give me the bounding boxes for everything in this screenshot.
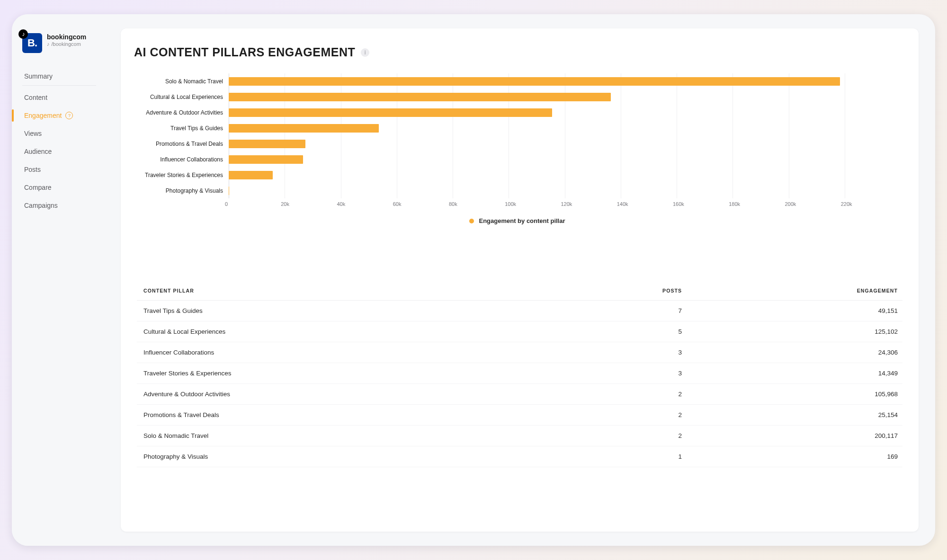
page-title: AI CONTENT PILLARS ENGAGEMENT i bbox=[134, 45, 905, 59]
sidebar: ♪ B. bookingcom ♪ /bookingcom SummaryCon… bbox=[12, 14, 107, 546]
chart-row: Traveler Stories & Experiences bbox=[134, 167, 901, 183]
table-header[interactable]: POSTS bbox=[563, 281, 687, 301]
chart-bar bbox=[229, 171, 273, 179]
chart-bar bbox=[229, 155, 303, 164]
chart-row: Adventure & Outdoor Activities bbox=[134, 105, 901, 120]
sidebar-item-label: Views bbox=[24, 130, 42, 137]
chart-category-label: Photography & Visuals bbox=[134, 187, 229, 194]
table-cell: 3 bbox=[563, 363, 687, 384]
info-icon[interactable]: i bbox=[361, 48, 369, 57]
table-header[interactable]: ENGAGEMENT bbox=[687, 281, 902, 301]
table-cell: Solo & Nomadic Travel bbox=[137, 426, 563, 446]
table-cell: Cultural & Local Experiences bbox=[137, 321, 563, 342]
table-cell: Photography & Visuals bbox=[137, 446, 563, 467]
chart-legend: Engagement by content pillar bbox=[134, 217, 901, 224]
sidebar-item-posts[interactable]: Posts bbox=[12, 160, 107, 178]
chart-category-label: Influencer Collaborations bbox=[134, 156, 229, 163]
table-cell: 2 bbox=[563, 384, 687, 405]
table-cell: 125,102 bbox=[687, 321, 902, 342]
table-cell: 169 bbox=[687, 446, 902, 467]
chart-bar-area bbox=[229, 183, 901, 198]
chart-bar bbox=[229, 187, 229, 195]
sidebar-item-campaigns[interactable]: Campaigns bbox=[12, 196, 107, 214]
chart-category-label: Traveler Stories & Experiences bbox=[134, 172, 229, 178]
table-cell: 49,151 bbox=[687, 301, 902, 321]
sidebar-item-content[interactable]: Content bbox=[12, 89, 107, 107]
chart-bar bbox=[229, 108, 552, 117]
content-pillar-table: CONTENT PILLARPOSTSENGAGEMENT Travel Tip… bbox=[134, 281, 905, 467]
chart-x-tick: 220k bbox=[841, 201, 897, 207]
brand-block: ♪ B. bookingcom ♪ /bookingcom bbox=[12, 23, 107, 62]
chart-bar-area bbox=[229, 151, 901, 167]
brand-logo: ♪ B. bbox=[22, 33, 42, 53]
table-row: Photography & Visuals1169 bbox=[137, 446, 902, 467]
brand-name: bookingcom bbox=[47, 33, 86, 41]
table-cell: Travel Tips & Guides bbox=[137, 301, 563, 321]
table-cell: 7 bbox=[563, 301, 687, 321]
chart-x-tick: 160k bbox=[673, 201, 729, 207]
chart-row: Travel Tips & Guides bbox=[134, 120, 901, 136]
table-cell: Traveler Stories & Experiences bbox=[137, 363, 563, 384]
table-cell: 1 bbox=[563, 446, 687, 467]
chart-x-tick: 60k bbox=[393, 201, 449, 207]
chart-x-tick: 120k bbox=[561, 201, 617, 207]
chart-bar-area bbox=[229, 105, 901, 120]
chart-bar bbox=[229, 93, 611, 101]
chart-x-tick: 100k bbox=[505, 201, 561, 207]
table-cell: 105,968 bbox=[687, 384, 902, 405]
table-row: Promotions & Travel Deals225,154 bbox=[137, 405, 902, 426]
chart-row: Solo & Nomadic Travel bbox=[134, 73, 901, 89]
table-cell: 2 bbox=[563, 405, 687, 426]
sidebar-nav: SummaryContentEngagement?ViewsAudiencePo… bbox=[12, 67, 107, 214]
chart-row: Cultural & Local Experiences bbox=[134, 89, 901, 105]
legend-dot-icon bbox=[469, 219, 474, 223]
table-row: Cultural & Local Experiences5125,102 bbox=[137, 321, 902, 342]
table-cell: 200,117 bbox=[687, 426, 902, 446]
sidebar-item-label: Campaigns bbox=[24, 202, 58, 209]
table-row: Traveler Stories & Experiences314,349 bbox=[137, 363, 902, 384]
table-cell: 14,349 bbox=[687, 363, 902, 384]
table-row: Travel Tips & Guides749,151 bbox=[137, 301, 902, 321]
sidebar-item-label: Content bbox=[24, 94, 47, 101]
chart-category-label: Adventure & Outdoor Activities bbox=[134, 109, 229, 116]
page-title-text: AI CONTENT PILLARS ENGAGEMENT bbox=[134, 45, 355, 59]
chart-x-tick: 20k bbox=[281, 201, 337, 207]
sidebar-item-label: Audience bbox=[24, 148, 52, 155]
chart-bar bbox=[229, 140, 305, 148]
sidebar-item-engagement[interactable]: Engagement? bbox=[12, 107, 107, 124]
chart-row: Photography & Visuals bbox=[134, 183, 901, 198]
chart-x-tick: 180k bbox=[729, 201, 785, 207]
chart-x-axis: 020k40k60k80k100k120k140k160k180k200k220… bbox=[229, 201, 901, 207]
tiktok-glyph-icon: ♪ bbox=[47, 41, 50, 47]
table-cell: Adventure & Outdoor Activities bbox=[137, 384, 563, 405]
chart-bar-area bbox=[229, 120, 901, 136]
chart-row: Promotions & Travel Deals bbox=[134, 136, 901, 151]
chart-bar bbox=[229, 124, 379, 133]
table-cell: 25,154 bbox=[687, 405, 902, 426]
chart-bar-area bbox=[229, 89, 901, 105]
content-card: AI CONTENT PILLARS ENGAGEMENT i Solo & N… bbox=[121, 28, 919, 532]
sidebar-item-label: Summary bbox=[24, 72, 53, 80]
table-row: Adventure & Outdoor Activities2105,968 bbox=[137, 384, 902, 405]
tiktok-badge-icon: ♪ bbox=[18, 29, 28, 39]
sidebar-item-compare[interactable]: Compare bbox=[12, 178, 107, 196]
chart-row: Influencer Collaborations bbox=[134, 151, 901, 167]
table-cell: Promotions & Travel Deals bbox=[137, 405, 563, 426]
table-row: Solo & Nomadic Travel2200,117 bbox=[137, 426, 902, 446]
table-header[interactable]: CONTENT PILLAR bbox=[137, 281, 563, 301]
chart-bar-area bbox=[229, 73, 901, 89]
chart-category-label: Promotions & Travel Deals bbox=[134, 141, 229, 147]
chart-x-tick: 80k bbox=[449, 201, 505, 207]
table-cell: 5 bbox=[563, 321, 687, 342]
sidebar-item-summary[interactable]: Summary bbox=[22, 67, 96, 86]
chart-category-label: Travel Tips & Guides bbox=[134, 125, 229, 132]
sidebar-item-label: Compare bbox=[24, 184, 52, 191]
table-cell: 3 bbox=[563, 342, 687, 363]
chart-category-label: Solo & Nomadic Travel bbox=[134, 78, 229, 85]
sidebar-item-label: Posts bbox=[24, 166, 41, 173]
sidebar-item-views[interactable]: Views bbox=[12, 124, 107, 142]
chart-bar-area bbox=[229, 136, 901, 151]
chart-x-tick: 200k bbox=[785, 201, 841, 207]
sidebar-item-audience[interactable]: Audience bbox=[12, 142, 107, 160]
table-cell: 24,306 bbox=[687, 342, 902, 363]
